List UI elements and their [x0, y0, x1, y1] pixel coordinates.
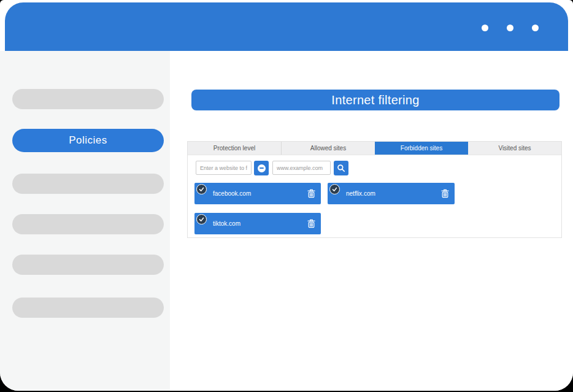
page-title: Internet filtering: [331, 93, 419, 107]
trash-icon[interactable]: [440, 188, 450, 199]
sidebar: Policies: [0, 51, 170, 391]
forbid-site-input[interactable]: [196, 161, 252, 175]
sidebar-item-placeholder-2[interactable]: [12, 174, 164, 194]
filtering-panel: Protection level Allowed sites Forbidden…: [187, 141, 562, 238]
site-search-input[interactable]: [272, 161, 331, 175]
main-content: Internet filtering Protection level Allo…: [170, 51, 573, 391]
search-icon: [337, 164, 345, 172]
check-icon: [196, 184, 207, 194]
title-bar: [5, 2, 568, 51]
sidebar-item-placeholder-5[interactable]: [12, 298, 164, 318]
trash-icon[interactable]: [306, 188, 316, 199]
block-minus-icon: [258, 164, 266, 172]
forbidden-site-card: netflix.com: [328, 183, 455, 204]
check-icon: [196, 214, 207, 225]
menu-dot-icon[interactable]: [507, 25, 513, 31]
sidebar-item-placeholder-3[interactable]: [12, 214, 164, 234]
tab-protection-level[interactable]: Protection level: [188, 142, 281, 155]
search-button[interactable]: [334, 161, 348, 175]
tab-forbidden-sites[interactable]: Forbidden sites: [375, 142, 468, 155]
tab-visited-sites[interactable]: Visited sites: [468, 142, 561, 155]
window-menu-dots: [482, 25, 539, 31]
page-title-banner: Internet filtering: [191, 90, 560, 110]
forbidden-site-card: tiktok.com: [194, 213, 321, 234]
trash-icon[interactable]: [306, 218, 316, 229]
sidebar-item-policies[interactable]: Policies: [12, 129, 164, 152]
forbid-button[interactable]: [254, 161, 269, 175]
check-icon: [329, 184, 340, 194]
sidebar-item-placeholder-4[interactable]: [12, 255, 164, 275]
forbidden-site-card: facebook.com: [194, 183, 321, 204]
menu-dot-icon[interactable]: [532, 25, 539, 31]
tab-bar: Protection level Allowed sites Forbidden…: [188, 142, 561, 155]
sidebar-item-label: Policies: [69, 134, 107, 147]
menu-dot-icon[interactable]: [482, 25, 488, 31]
site-name: netflix.com: [346, 183, 375, 204]
sidebar-item-placeholder-1[interactable]: [12, 89, 164, 109]
site-name: tiktok.com: [213, 213, 240, 234]
app-window: Policies Internet filtering Protection l…: [0, 0, 573, 391]
site-name: facebook.com: [213, 183, 251, 204]
tab-allowed-sites[interactable]: Allowed sites: [281, 142, 375, 155]
